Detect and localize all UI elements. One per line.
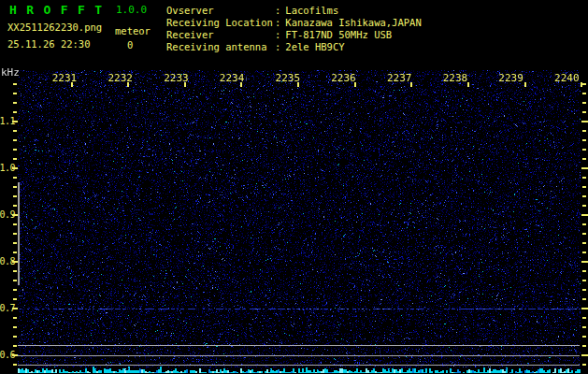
freq-major-tick: [581, 121, 588, 122]
freq-minor-tick: [13, 280, 17, 281]
station-info-separator: :: [275, 41, 280, 52]
freq-minor-tick: [582, 205, 586, 207]
freq-minor-tick: [582, 83, 586, 85]
output-filename: XX2511262230.png: [7, 22, 102, 33]
freq-major-tick: [12, 308, 18, 309]
freq-minor-tick: [13, 158, 17, 160]
capture-datetime: 25.11.26 22:30: [7, 38, 91, 50]
station-info: Ovserver:LacofilmsReceiving Location:Kan…: [166, 5, 422, 53]
station-info-separator: :: [275, 5, 280, 16]
time-tick-label: 2238: [443, 72, 468, 84]
level-reference-line: [18, 345, 580, 346]
freq-major-tick: [581, 214, 588, 216]
freq-minor-tick: [582, 270, 586, 272]
freq-axis-unit: kHz: [1, 66, 20, 79]
hrofft-screen: H R O F F T 1.0.0 XX2511262230.png meteo…: [0, 0, 588, 374]
freq-major-tick: [12, 167, 18, 169]
minute-tick: [354, 82, 356, 87]
freq-major-tick: [581, 167, 588, 169]
minute-tick: [71, 82, 73, 87]
station-info-label: Ovserver: [166, 5, 275, 17]
freq-minor-tick: [582, 130, 586, 132]
freq-minor-tick: [582, 252, 586, 253]
time-tick-label: 2239: [498, 72, 523, 84]
vertical-marker-line: [18, 182, 20, 285]
level-reference-line: [18, 365, 580, 366]
station-info-value: 2ele HB9CY: [285, 41, 344, 52]
freq-minor-tick: [13, 186, 17, 188]
freq-minor-tick: [13, 223, 17, 225]
station-info-row: Ovserver:Lacofilms: [166, 5, 422, 17]
level-reference-line: [18, 355, 580, 356]
freq-minor-tick: [13, 289, 17, 291]
freq-minor-tick: [582, 345, 586, 347]
station-info-label: Receiving Location: [166, 17, 275, 29]
freq-minor-tick: [13, 252, 17, 253]
freq-minor-tick: [582, 195, 586, 197]
station-info-row: Receiving antenna:2ele HB9CY: [166, 41, 422, 53]
freq-minor-tick: [582, 280, 586, 281]
minute-tick: [467, 82, 469, 87]
minute-tick: [240, 82, 242, 87]
freq-minor-tick: [13, 177, 17, 179]
freq-minor-tick: [13, 317, 17, 319]
station-info-row: Receiver:FT-817ND 50MHz USB: [166, 29, 422, 41]
station-info-value: Lacofilms: [285, 5, 338, 16]
app-version: 1.0.0: [116, 4, 147, 16]
freq-minor-tick: [582, 289, 586, 291]
freq-minor-tick: [582, 233, 586, 235]
freq-minor-tick: [582, 93, 586, 94]
time-tick-label: 2240: [554, 72, 580, 84]
time-tick-label: 2235: [276, 72, 301, 84]
freq-minor-tick: [582, 111, 586, 113]
time-tick-label: 2231: [52, 72, 78, 84]
freq-minor-tick: [13, 83, 17, 85]
freq-minor-tick: [13, 149, 17, 151]
freq-minor-tick: [582, 177, 586, 179]
station-info-separator: :: [275, 29, 280, 40]
freq-minor-tick: [582, 149, 586, 151]
minute-tick: [410, 82, 412, 87]
freq-minor-tick: [13, 326, 17, 328]
freq-minor-tick: [13, 195, 17, 197]
freq-major-tick: [581, 308, 588, 309]
minute-tick: [127, 82, 129, 87]
meteor-count: 0: [127, 39, 133, 50]
freq-minor-tick: [13, 233, 17, 235]
freq-minor-tick: [13, 242, 17, 244]
station-info-value: Kanazawa Ishikawa,JAPAN: [285, 17, 421, 28]
station-info-separator: :: [275, 17, 280, 28]
freq-minor-tick: [582, 317, 586, 319]
freq-minor-tick: [13, 270, 17, 272]
station-info-row: Receiving Location:Kanazawa Ishikawa,JAP…: [166, 17, 422, 29]
freq-major-tick: [12, 121, 18, 122]
freq-minor-tick: [13, 205, 17, 207]
freq-minor-tick: [13, 102, 17, 104]
freq-minor-tick: [582, 186, 586, 188]
station-info-label: Receiving antenna: [166, 41, 275, 53]
minute-tick: [297, 82, 299, 87]
station-info-label: Receiver: [166, 29, 275, 41]
freq-minor-tick: [582, 336, 586, 338]
freq-minor-tick: [13, 336, 17, 338]
freq-major-tick: [581, 354, 588, 356]
freq-minor-tick: [582, 326, 586, 328]
app-title: H R O F F T: [9, 3, 103, 17]
freq-minor-tick: [13, 130, 17, 132]
minute-tick: [184, 82, 186, 87]
minute-tick: [524, 82, 526, 87]
freq-minor-tick: [582, 364, 586, 366]
freq-minor-tick: [13, 139, 17, 141]
freq-minor-tick: [13, 364, 17, 366]
mode-label: meteor: [115, 25, 151, 36]
freq-minor-tick: [13, 298, 17, 300]
freq-minor-tick: [582, 158, 586, 160]
freq-minor-tick: [13, 345, 17, 347]
freq-minor-tick: [582, 298, 586, 300]
freq-minor-tick: [582, 242, 586, 244]
station-info-value: FT-817ND 50MHz USB: [285, 29, 392, 40]
freq-minor-tick: [582, 102, 586, 104]
freq-minor-tick: [13, 93, 17, 94]
freq-minor-tick: [13, 111, 17, 113]
freq-minor-tick: [582, 223, 586, 225]
